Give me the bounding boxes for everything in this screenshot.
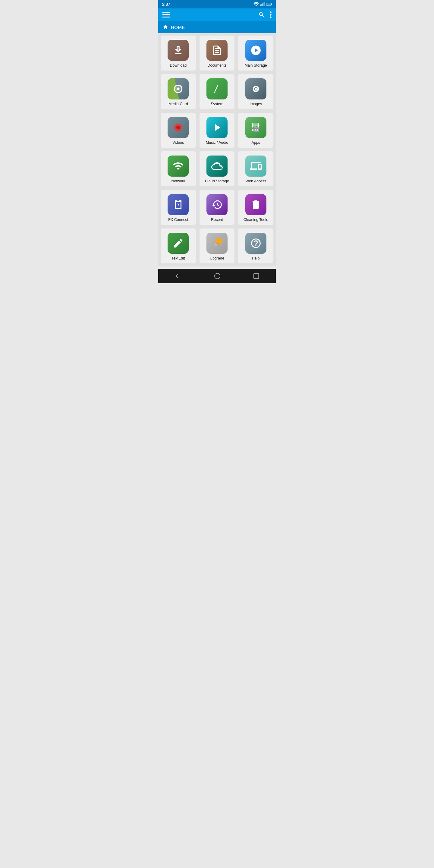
images-icon bbox=[245, 79, 267, 99]
status-icons bbox=[253, 2, 272, 6]
svg-point-10 bbox=[270, 11, 272, 13]
svg-point-12 bbox=[270, 17, 272, 19]
main-storage-icon bbox=[245, 40, 267, 61]
system-icon: / bbox=[207, 79, 227, 99]
download-label: Download bbox=[170, 63, 187, 67]
svg-point-17 bbox=[255, 88, 256, 90]
svg-point-14 bbox=[177, 87, 180, 90]
grid-item-textedit[interactable]: TextEdit bbox=[161, 228, 196, 264]
grid-item-upgrade[interactable]: Upgrade bbox=[199, 228, 235, 264]
apps-label: Apps bbox=[251, 141, 260, 145]
nav-bar bbox=[158, 269, 276, 283]
status-bar: 5:37 bbox=[158, 0, 276, 8]
more-icon[interactable] bbox=[270, 11, 272, 18]
grid-item-videos[interactable]: Videos bbox=[161, 113, 196, 148]
menu-lines bbox=[162, 12, 170, 18]
grid-item-music-audio[interactable]: Music / Audio bbox=[199, 113, 235, 148]
svg-text:/: / bbox=[213, 84, 219, 94]
recents-button[interactable] bbox=[253, 273, 259, 279]
upgrade-icon bbox=[207, 233, 227, 254]
battery-icon bbox=[266, 2, 272, 6]
cleaning-tools-icon bbox=[245, 194, 267, 215]
network-label: Network bbox=[171, 179, 185, 183]
fx-connect-label: FX Connect bbox=[168, 218, 188, 222]
search-icon[interactable] bbox=[258, 11, 265, 18]
svg-rect-20 bbox=[252, 125, 259, 126]
status-time: 5:37 bbox=[162, 2, 170, 7]
help-icon bbox=[245, 233, 267, 254]
recent-icon bbox=[207, 194, 227, 215]
images-label: Images bbox=[250, 102, 262, 106]
home-button[interactable] bbox=[214, 273, 221, 279]
svg-point-11 bbox=[270, 14, 272, 16]
svg-rect-7 bbox=[162, 12, 170, 13]
grid-item-help[interactable]: Help bbox=[238, 228, 273, 264]
web-access-icon bbox=[245, 156, 267, 177]
toolbar-left bbox=[162, 12, 170, 18]
cloud-storage-icon bbox=[207, 156, 227, 177]
svg-rect-24 bbox=[254, 274, 259, 279]
textedit-icon bbox=[167, 233, 189, 254]
apps-icon: 🤖 bbox=[245, 117, 267, 138]
grid-item-fx-connect[interactable]: FX Connect bbox=[161, 190, 196, 225]
textedit-label: TextEdit bbox=[172, 256, 185, 260]
upgrade-label: Upgrade bbox=[210, 256, 224, 260]
grid-item-main-storage[interactable]: Main Storage bbox=[238, 36, 273, 70]
videos-label: Videos bbox=[173, 141, 184, 145]
svg-point-19 bbox=[176, 126, 180, 130]
music-audio-icon bbox=[207, 117, 227, 138]
svg-point-23 bbox=[215, 273, 220, 279]
grid-item-network[interactable]: Network bbox=[161, 151, 196, 186]
svg-rect-2 bbox=[262, 3, 264, 6]
main-storage-label: Main Storage bbox=[244, 63, 267, 67]
grid-item-web-access[interactable]: Web Access bbox=[238, 151, 273, 186]
svg-rect-6 bbox=[267, 3, 271, 5]
download-icon bbox=[167, 40, 189, 61]
toolbar bbox=[158, 8, 276, 21]
svg-rect-3 bbox=[264, 2, 265, 6]
home-label: HOME bbox=[171, 25, 185, 30]
svg-text:🤖: 🤖 bbox=[253, 126, 259, 132]
hamburger-icon[interactable] bbox=[162, 12, 170, 18]
grid-item-media-card[interactable]: Media Card bbox=[161, 74, 196, 109]
help-label: Help bbox=[252, 256, 260, 260]
grid-item-system[interactable]: / System bbox=[199, 74, 235, 109]
grid-item-images[interactable]: Images bbox=[238, 74, 273, 109]
svg-rect-1 bbox=[261, 4, 262, 6]
fx-connect-icon bbox=[167, 194, 189, 215]
cloud-storage-label: Cloud Storage bbox=[205, 179, 229, 183]
grid-item-download[interactable]: Download bbox=[161, 36, 196, 70]
grid-item-recent[interactable]: Recent bbox=[199, 190, 235, 225]
grid-item-cloud-storage[interactable]: Cloud Storage bbox=[199, 151, 235, 186]
app-grid: Download Documents Main Storage Media Ca… bbox=[158, 33, 276, 266]
svg-rect-0 bbox=[260, 4, 261, 6]
toolbar-right bbox=[258, 11, 272, 18]
svg-rect-8 bbox=[162, 14, 170, 15]
grid-item-apps[interactable]: 🤖 Apps bbox=[238, 113, 273, 148]
back-button[interactable] bbox=[175, 273, 182, 280]
videos-icon bbox=[167, 117, 189, 138]
recent-label: Recent bbox=[211, 218, 223, 222]
signal-icon bbox=[260, 2, 265, 6]
media-card-label: Media Card bbox=[168, 102, 188, 106]
web-access-label: Web Access bbox=[245, 179, 266, 183]
documents-icon bbox=[207, 40, 227, 61]
grid-item-cleaning-tools[interactable]: Cleaning Tools bbox=[238, 190, 273, 225]
grid-item-documents[interactable]: Documents bbox=[199, 36, 235, 70]
home-icon bbox=[162, 24, 168, 30]
svg-rect-9 bbox=[162, 17, 170, 18]
home-bar: HOME bbox=[158, 21, 276, 33]
cleaning-tools-label: Cleaning Tools bbox=[244, 218, 268, 222]
music-audio-label: Music / Audio bbox=[206, 141, 228, 145]
svg-rect-5 bbox=[272, 4, 272, 5]
network-icon bbox=[167, 156, 189, 177]
wifi-icon bbox=[253, 2, 259, 6]
documents-label: Documents bbox=[207, 63, 226, 67]
system-label: System bbox=[211, 102, 223, 106]
media-card-icon bbox=[167, 79, 189, 99]
